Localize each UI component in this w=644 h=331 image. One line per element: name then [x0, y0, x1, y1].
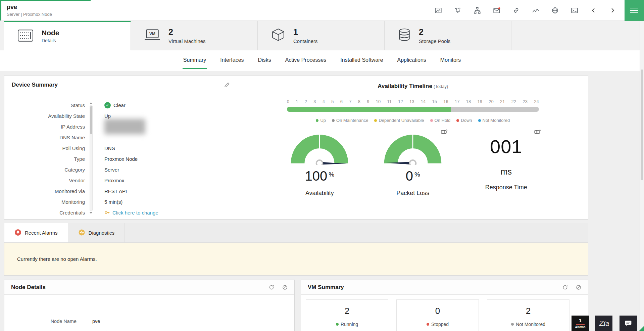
device-summary-scrollbar[interactable]	[89, 102, 93, 214]
top-progress-line	[0, 0, 91, 1]
availability-timeline-subtitle: (Today)	[434, 84, 448, 89]
mail-icon[interactable]	[493, 7, 500, 14]
zia-assistant-icon[interactable]: Zia	[595, 316, 612, 331]
field-label: Monitored via	[12, 188, 85, 194]
hour-label: 10	[376, 99, 381, 104]
tab-interfaces[interactable]: Interfaces	[219, 50, 244, 68]
menu-icon[interactable]	[625, 0, 644, 21]
counter-icon[interactable]	[534, 129, 541, 135]
legend-label: Up	[320, 118, 326, 123]
page-scroll-thumb[interactable]	[641, 69, 643, 180]
scroll-track[interactable]	[90, 105, 93, 211]
hour-label: 1	[296, 99, 298, 104]
hour-label: 23	[523, 99, 528, 104]
node-detail-row: Node Namepve	[4, 316, 294, 327]
tab-applications[interactable]: Applications	[397, 50, 427, 68]
field-label: DNS Name	[12, 135, 85, 140]
credentials-change-link[interactable]: Click here to change	[112, 210, 158, 216]
tab-card-containers[interactable]: 1 Containers	[258, 21, 385, 50]
node-detail-row: Cluster Nameopm-cluster	[4, 327, 294, 331]
alarm-tabs: Recent Alarms Diagnostics	[4, 223, 588, 243]
field-value: ✓Clear	[104, 102, 126, 108]
vm-stat-card: 2Not Monitored	[487, 299, 569, 331]
legend-dot	[332, 119, 335, 122]
availability-label: Availability	[284, 190, 355, 197]
hour-label: 4	[323, 99, 325, 104]
tab-card-storage-pools[interactable]: 2 Storage Pools	[385, 21, 511, 50]
page-scrollbar[interactable]	[640, 21, 644, 331]
device-summary-panel: Device Summary Status✓ClearAvailability …	[4, 75, 588, 220]
scroll-up-icon[interactable]	[90, 102, 92, 104]
packet-loss-gauge-block: 0% Packet Loss	[377, 131, 448, 197]
alarm-bell-icon[interactable]	[454, 7, 461, 14]
availability-timeline-bar	[287, 107, 539, 112]
disable-refresh-icon[interactable]	[576, 285, 581, 290]
alarms-counter-widget[interactable]: 1 Alarms	[572, 316, 589, 331]
timeline-legend: UpOn MaintenanceDependent UnavailableOn …	[316, 118, 510, 123]
chevron-left-icon[interactable]	[590, 7, 597, 14]
device-field-row: Poll UsingDNS	[12, 143, 238, 153]
device-field-row: CategoryServer	[12, 164, 238, 175]
tab-disks[interactable]: Disks	[257, 50, 272, 68]
card-subtitle: Details	[42, 38, 59, 43]
tab-summary[interactable]: Summary	[183, 50, 207, 69]
card-count: 1	[293, 27, 318, 37]
tab-active-processes[interactable]: Active Processes	[285, 50, 327, 68]
device-summary-title: Device Summary	[12, 82, 58, 88]
node-details-panel: Node Details Node NamepveCluster Nameopm…	[4, 280, 295, 331]
field-label: Vendor	[12, 178, 85, 183]
hour-label: 6	[340, 99, 343, 104]
disable-refresh-icon[interactable]	[282, 285, 288, 290]
redacted-value	[104, 119, 145, 134]
legend-item: On Maintenance	[332, 118, 368, 123]
terminal-icon[interactable]	[571, 7, 578, 14]
chat-icon[interactable]	[620, 316, 637, 331]
legend-item: On Hold	[430, 118, 451, 123]
tab-label: Diagnostics	[89, 230, 115, 236]
tab-diagnostics[interactable]: Diagnostics	[68, 223, 125, 242]
tab-installed-software[interactable]: Installed Software	[340, 50, 384, 68]
scroll-thumb[interactable]	[90, 106, 92, 134]
field-value: Proxmox Node	[104, 156, 138, 162]
field-label: Poll Using	[12, 145, 85, 151]
refresh-icon[interactable]	[269, 285, 274, 290]
node-details-title: Node Details	[11, 284, 46, 291]
field-label: Status	[12, 102, 85, 108]
device-field-row: Status✓Clear	[12, 100, 238, 110]
chevron-right-icon[interactable]	[609, 7, 616, 14]
hour-label: 5	[331, 99, 334, 104]
vm-stat-count: 2	[306, 306, 388, 316]
counter-icon[interactable]	[441, 129, 448, 135]
vm-icon: VM	[144, 29, 160, 42]
edit-device-summary-icon[interactable]	[224, 82, 230, 88]
card-label: Containers	[293, 38, 318, 44]
legend-label: Dependent Unavailable	[379, 118, 424, 123]
globe-icon[interactable]	[551, 7, 559, 14]
legend-label: On Maintenance	[336, 118, 368, 123]
vm-status-dot	[336, 323, 339, 326]
entity-tab-cards: Node Details VM 2 Virtual Machines 1 Con…	[0, 21, 644, 50]
sparkline-icon[interactable]	[532, 7, 539, 14]
node-detail-label: Node Name	[4, 316, 84, 327]
availability-value: 100%	[284, 169, 355, 184]
link-icon[interactable]	[512, 7, 520, 14]
dashboard-chart-icon[interactable]	[435, 7, 442, 14]
response-time-label: Response Time	[470, 184, 542, 191]
hour-label: 16	[443, 99, 448, 104]
tab-card-node-details[interactable]: Node Details	[4, 21, 131, 50]
tab-monitors[interactable]: Monitors	[440, 50, 461, 68]
workflow-icon[interactable]	[474, 7, 481, 14]
tab-recent-alarms[interactable]: Recent Alarms	[4, 223, 68, 242]
refresh-icon[interactable]	[562, 285, 568, 290]
field-value: 5 min(s)	[104, 199, 122, 205]
breadcrumb: Server | Proxmox Node	[7, 12, 52, 17]
vm-stat-card: 2Running	[306, 299, 388, 331]
node-details-rows: Node NamepveCluster Nameopm-cluster	[4, 295, 294, 331]
scroll-down-icon[interactable]	[90, 212, 92, 214]
tab-card-virtual-machines[interactable]: VM 2 Virtual Machines	[131, 21, 258, 50]
field-value: DNS	[104, 145, 115, 151]
node-detail-value: pve	[84, 319, 100, 324]
legend-label: Down	[461, 118, 472, 123]
packet-loss-label: Packet Loss	[377, 190, 448, 197]
subnav: SummaryInterfacesDisksActive ProcessesIn…	[0, 50, 644, 71]
